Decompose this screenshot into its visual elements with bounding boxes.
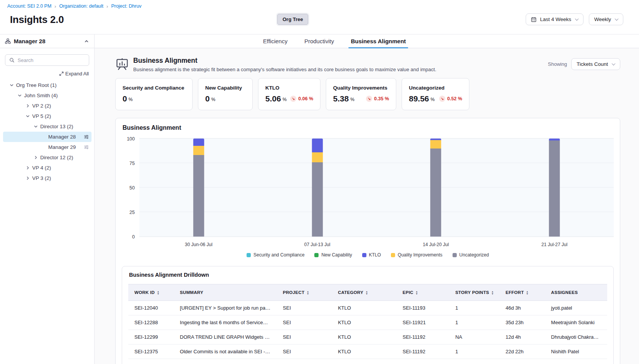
sliders-icon[interactable] [84, 145, 89, 150]
column-label: SUMMARY [180, 290, 203, 295]
bar-segment[interactable] [549, 140, 560, 237]
expand-all-button[interactable]: Expand All [0, 71, 89, 77]
column-header[interactable]: WORK ID▴▾ [128, 284, 174, 301]
chevron-right-icon[interactable] [26, 104, 32, 108]
chevron-right-icon[interactable] [26, 176, 32, 180]
sort-icon[interactable]: ▴▾ [492, 291, 494, 295]
sort-icon[interactable]: ▴▾ [307, 291, 309, 295]
tab-productivity[interactable]: Productivity [304, 34, 334, 48]
chevron-right-icon[interactable] [34, 155, 40, 160]
sliders-icon[interactable] [84, 134, 89, 139]
tree-node[interactable]: VP 5 (2) [3, 111, 92, 121]
chevron-down-icon[interactable] [18, 93, 24, 98]
chevron-down-icon[interactable] [26, 114, 32, 118]
column-header[interactable]: EPIC▴▾ [397, 284, 449, 301]
stacked-bar[interactable] [549, 139, 560, 237]
column-header[interactable]: PROJECT▴▾ [277, 284, 332, 301]
granularity-select[interactable]: Weekly [589, 13, 623, 25]
sort-icon[interactable]: ▴▾ [416, 291, 418, 295]
metric-value: Tickets Count [577, 61, 608, 67]
search-input[interactable] [18, 57, 85, 63]
tree-node[interactable]: Manager 28 [3, 132, 92, 142]
column-header[interactable]: ASSIGNEES [545, 284, 607, 301]
column-header[interactable]: STORY POINTS▴▾ [449, 284, 499, 301]
breadcrumb-link[interactable]: Project: Dhruv [111, 3, 141, 9]
date-range-select[interactable]: Last 4 Weeks [526, 13, 583, 25]
tab-efficiency[interactable]: Efficiency [263, 34, 288, 48]
tree-node-label: VP 3 (2) [32, 175, 51, 181]
tree-node[interactable]: Director 13 (2) [3, 121, 92, 132]
y-axis-tick: 50 [122, 185, 135, 191]
stat-card-value-row: 89.56%↘0.52 % [409, 94, 462, 103]
table-cell: 1 [449, 344, 499, 359]
stat-card: Uncategorized89.56%↘0.52 % [402, 78, 469, 110]
gridline [139, 163, 614, 163]
bar-segment[interactable] [193, 146, 204, 155]
table-row[interactable]: SEI-12375Older Commits is not available … [128, 344, 607, 359]
stat-card-value: 0 [123, 94, 127, 103]
stat-card-change: ↘0.06 % [290, 96, 313, 102]
table-row[interactable]: SEI-12040[URGENT] EY > Support for job r… [128, 301, 607, 315]
bar-segment[interactable] [430, 149, 441, 237]
chevron-down-icon[interactable] [34, 124, 40, 129]
insights-page: Account: SEI 2.0 PM›Organization: defaul… [0, 0, 639, 364]
chevron-up-icon[interactable] [84, 39, 89, 44]
chart-x-axis: 30 Jun-06 Jul07 Jul-13 Jul14 Jul-20 Jul2… [139, 237, 614, 251]
stat-card-unit: % [129, 97, 133, 102]
tree-node[interactable]: Director 12 (2) [3, 152, 92, 163]
chevron-down-icon [575, 17, 579, 21]
tab-business-alignment[interactable]: Business Alignment [351, 34, 406, 48]
legend-item[interactable]: Security and Compliance [247, 252, 304, 258]
metric-select[interactable]: Tickets Count [571, 58, 620, 70]
bar-segment[interactable] [312, 162, 323, 237]
legend-item[interactable]: Quality Improvements [391, 252, 443, 258]
legend-item[interactable]: Uncategorized [453, 252, 489, 258]
business-alignment-widget: Business Alignment 0255075100 30 Jun-06 … [115, 118, 620, 364]
table-cell: SEI-12305 [128, 359, 174, 364]
stacked-bar[interactable] [312, 139, 323, 237]
table-cell: 1 [449, 301, 499, 315]
stat-card-value-row: 5.38%↘0.35 % [333, 94, 389, 103]
sort-icon[interactable]: ▴▾ [526, 291, 528, 295]
legend-item[interactable]: New Capability [314, 252, 352, 258]
column-header[interactable]: EFFORT▴▾ [499, 284, 545, 301]
breadcrumb-link[interactable]: Account: SEI 2.0 PM [7, 3, 51, 9]
table-row[interactable]: SEI-12299DORA TREND LINE GRAPH Widgets i… [128, 330, 607, 344]
tree-node[interactable]: Manager 29 [3, 142, 92, 152]
breadcrumb-link[interactable]: Organization: default [59, 3, 103, 9]
bar-segment[interactable] [312, 152, 323, 162]
tree-node[interactable]: Org Tree Root (1) [3, 80, 92, 90]
bar-segment[interactable] [193, 139, 204, 146]
table-cell: Dhrubajyoti Chakraborty [545, 330, 607, 344]
table-cell: Nishith Patel [545, 344, 607, 359]
table-cell: SEI-12299 [128, 330, 174, 344]
bar-segment[interactable] [430, 140, 441, 149]
bar-segment[interactable] [193, 155, 204, 237]
org-tree-button[interactable]: Org Tree [277, 14, 308, 25]
stat-card-change: ↘0.35 % [366, 96, 389, 102]
chevron-right-icon[interactable] [26, 166, 32, 170]
sort-icon[interactable]: ▴▾ [157, 291, 159, 295]
drilldown-table: WORK ID▴▾SUMMARYPROJECT▴▾CATEGORY▴▾EPIC▴… [128, 284, 607, 364]
bar-segment[interactable] [312, 139, 323, 152]
section-description: Business alignment is the strategic fit … [133, 67, 436, 72]
drilldown-title: Business Alignment Drilldown [128, 272, 607, 278]
sort-icon[interactable]: ▴▾ [366, 291, 368, 295]
tree-node[interactable]: VP 3 (2) [3, 173, 92, 183]
column-header[interactable]: SUMMARY [174, 284, 277, 301]
org-tree-panel-header[interactable]: Manager 28 [0, 34, 94, 48]
top-controls: Last 4 Weeks Weekly [526, 13, 623, 25]
chevron-down-icon[interactable] [10, 83, 16, 87]
table-cell: Meetrajsinh Solanki [545, 315, 607, 330]
stacked-bar[interactable] [193, 139, 204, 237]
column-header[interactable]: CATEGORY▴▾ [332, 284, 397, 301]
legend-label: Quality Improvements [398, 252, 443, 258]
tree-node[interactable]: VP 4 (2) [3, 163, 92, 173]
tree-node[interactable]: VP 2 (2) [3, 101, 92, 111]
table-row[interactable]: SEI-12288Ingesting the last 6 months of … [128, 315, 607, 330]
table-row[interactable]: SEI-12305EY > Verify if ingestion is wor… [128, 359, 607, 364]
column-label: EPIC [403, 290, 413, 295]
stacked-bar[interactable] [430, 139, 441, 237]
tree-node[interactable]: John Smith (4) [3, 90, 92, 101]
legend-item[interactable]: KTLO [362, 252, 381, 258]
